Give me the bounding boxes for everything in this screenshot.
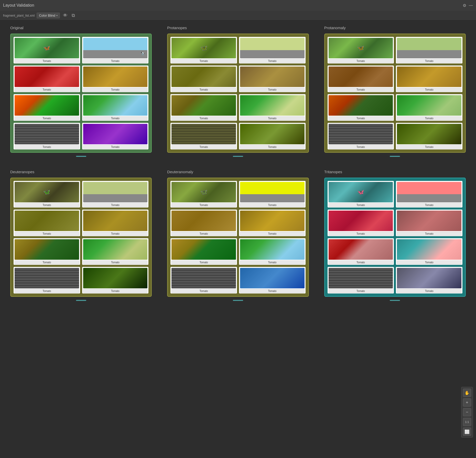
img-area-deuteranopes-2-1	[83, 239, 148, 260]
section-title-protanopes: Protanopes	[167, 26, 309, 30]
img-area-protanomaly-3-0	[329, 124, 393, 144]
section-tritanopes: TritanopesTomatoTomatoTomatoTomatoTomato…	[324, 170, 466, 301]
fit-icon: ⬜	[464, 429, 470, 434]
hand-tool-button[interactable]: ✋	[463, 389, 471, 397]
img-area-protanomaly-0-0	[329, 38, 393, 58]
img-label-protanomaly-3-0: Tomato	[329, 145, 393, 149]
copy-button[interactable]: ⧉	[71, 12, 76, 19]
img-area-tritanopes-2-0	[329, 239, 393, 260]
img-card-original-3-0: Tomato	[14, 123, 80, 149]
img-label-deuteranopes-1-1: Tomato	[83, 232, 148, 236]
img-label-original-3-1: Tomato	[83, 145, 148, 149]
img-card-protanopes-0-0: Tomato	[170, 37, 237, 63]
img-area-deuteranomaly-2-0	[171, 239, 236, 260]
img-card-protanopes-1-0: Tomato	[170, 66, 237, 92]
fit-button[interactable]: ⬜	[463, 428, 471, 436]
img-card-protanomaly-1-0: Tomato	[328, 66, 394, 92]
img-label-original-1-0: Tomato	[15, 88, 79, 92]
img-card-deuteranomaly-1-0: Tomato	[170, 210, 237, 236]
img-label-deuteranopes-0-0: Tomato	[15, 203, 79, 207]
card-container-deuteranopes: TomatoTomatoTomatoTomatoTomatoTomatoToma…	[10, 178, 152, 297]
img-card-deuteranomaly-3-0: Tomato	[170, 267, 237, 293]
img-area-protanopes-0-0	[171, 38, 236, 58]
img-label-tritanopes-2-0: Tomato	[329, 260, 393, 264]
one-to-one-label: 1:1	[465, 420, 469, 423]
img-area-protanopes-1-1	[240, 67, 305, 87]
img-card-protanomaly-3-1: Tomato	[396, 123, 462, 149]
img-area-deuteranomaly-3-1	[240, 268, 305, 288]
img-label-protanomaly-1-1: Tomato	[397, 88, 461, 92]
img-area-deuteranopes-0-0	[15, 182, 79, 202]
img-area-protanopes-2-1	[240, 95, 305, 116]
img-label-protanomaly-1-0: Tomato	[329, 88, 393, 92]
img-card-deuteranopes-2-0: Tomato	[14, 238, 80, 265]
img-area-original-2-1	[83, 95, 148, 116]
img-label-tritanopes-1-1: Tomato	[397, 232, 461, 236]
img-card-protanomaly-1-1: Tomato	[396, 66, 462, 92]
right-toolbar: ✋ + − 1:1 ⬜	[461, 387, 473, 438]
img-label-protanopes-3-1: Tomato	[240, 145, 305, 149]
img-label-protanopes-0-0: Tomato	[171, 59, 236, 63]
img-label-protanomaly-2-1: Tomato	[397, 116, 461, 120]
card-container-original: TomatoTomatoTomatoTomatoTomatoTomatoToma…	[10, 34, 152, 153]
img-label-deuteranopes-3-1: Tomato	[83, 289, 148, 293]
zoom-in-button[interactable]: +	[463, 398, 471, 407]
img-card-original-2-1: Tomato	[82, 94, 149, 121]
main-grid: OriginalTomatoTomatoTomatoTomatoTomatoTo…	[0, 20, 476, 306]
scroll-indicator-deuteranopes	[76, 300, 86, 301]
img-label-deuteranomaly-2-1: Tomato	[240, 260, 305, 264]
img-area-protanomaly-3-1	[397, 124, 461, 144]
img-label-tritanopes-3-0: Tomato	[329, 289, 393, 293]
img-card-deuteranopes-1-1: Tomato	[82, 210, 149, 236]
titlebar-title: Layout Validation	[3, 3, 34, 8]
mode-label: Color Blind	[39, 14, 55, 17]
img-card-protanopes-2-1: Tomato	[239, 94, 306, 121]
section-protanopes: ProtanopesTomatoTomatoTomatoTomatoTomato…	[167, 26, 309, 157]
mode-dropdown[interactable]: Color Blind ▾	[37, 13, 60, 18]
img-area-protanopes-2-0	[171, 95, 236, 116]
img-label-protanomaly-0-1: Tomato	[397, 59, 461, 63]
img-area-deuteranopes-2-0	[15, 239, 79, 260]
eye-button[interactable]: 👁	[62, 12, 69, 19]
img-card-deuteranomaly-0-1: Tomato	[239, 181, 306, 208]
img-card-deuteranopes-2-1: Tomato	[82, 238, 149, 265]
img-card-protanopes-3-1: Tomato	[239, 123, 306, 149]
img-label-tritanopes-2-1: Tomato	[397, 260, 461, 264]
img-card-original-1-1: Tomato	[82, 66, 149, 92]
section-original: OriginalTomatoTomatoTomatoTomatoTomatoTo…	[10, 26, 152, 157]
img-label-protanomaly-2-0: Tomato	[329, 116, 393, 120]
one-to-one-button[interactable]: 1:1	[463, 418, 471, 426]
img-area-original-0-1	[83, 38, 148, 58]
card-container-protanopes: TomatoTomatoTomatoTomatoTomatoTomatoToma…	[167, 34, 309, 153]
img-label-original-3-0: Tomato	[15, 145, 79, 149]
img-area-original-1-1	[83, 67, 148, 87]
img-label-deuteranomaly-2-0: Tomato	[171, 260, 236, 264]
img-card-tritanopes-0-1: Tomato	[396, 181, 462, 208]
img-card-deuteranomaly-1-1: Tomato	[239, 210, 306, 236]
img-label-deuteranomaly-0-0: Tomato	[171, 203, 236, 207]
img-label-original-2-0: Tomato	[15, 116, 79, 120]
img-area-tritanopes-0-0	[329, 182, 393, 202]
img-area-deuteranopes-3-0	[15, 268, 79, 288]
img-label-tritanopes-0-0: Tomato	[329, 203, 393, 207]
img-area-deuteranopes-1-1	[83, 211, 148, 231]
img-card-original-3-1: Tomato	[82, 123, 149, 149]
settings-icon[interactable]: ⚙	[463, 3, 466, 8]
card-container-deuteranomaly: TomatoTomatoTomatoTomatoTomatoTomatoToma…	[167, 178, 309, 297]
img-card-deuteranomaly-2-0: Tomato	[170, 238, 237, 265]
titlebar-left: Layout Validation	[3, 3, 34, 8]
card-container-tritanopes: TomatoTomatoTomatoTomatoTomatoTomatoToma…	[324, 178, 466, 297]
img-card-protanomaly-0-0: Tomato	[328, 37, 394, 63]
copy-icon: ⧉	[72, 13, 75, 18]
img-area-deuteranopes-3-1	[83, 268, 148, 288]
scroll-indicator-protanopes	[233, 156, 243, 157]
img-label-deuteranomaly-1-0: Tomato	[171, 232, 236, 236]
img-card-original-2-0: Tomato	[14, 94, 80, 121]
img-label-protanopes-2-1: Tomato	[240, 116, 305, 120]
minimize-icon[interactable]: —	[469, 3, 473, 8]
img-area-deuteranomaly-1-1	[240, 211, 305, 231]
img-label-tritanopes-0-1: Tomato	[397, 203, 461, 207]
img-card-tritanopes-2-1: Tomato	[396, 238, 462, 265]
zoom-out-button[interactable]: −	[463, 408, 471, 416]
img-card-original-0-1: Tomato	[82, 37, 149, 63]
